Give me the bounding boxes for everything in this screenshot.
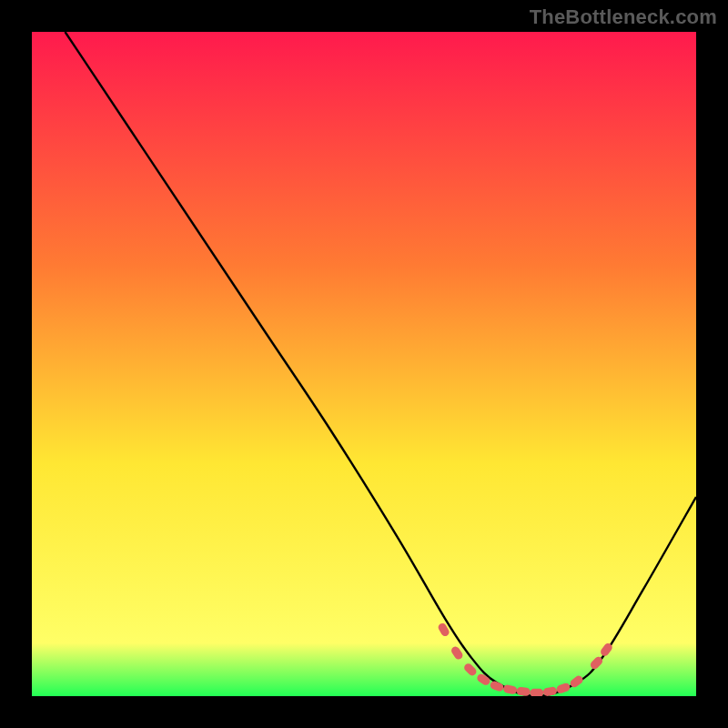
chart-frame: TheBottleneck.com <box>0 0 728 728</box>
plot-svg <box>32 32 696 696</box>
curve-marker <box>530 689 543 696</box>
plot-area <box>32 32 696 696</box>
watermark-text: TheBottleneck.com <box>530 5 717 29</box>
